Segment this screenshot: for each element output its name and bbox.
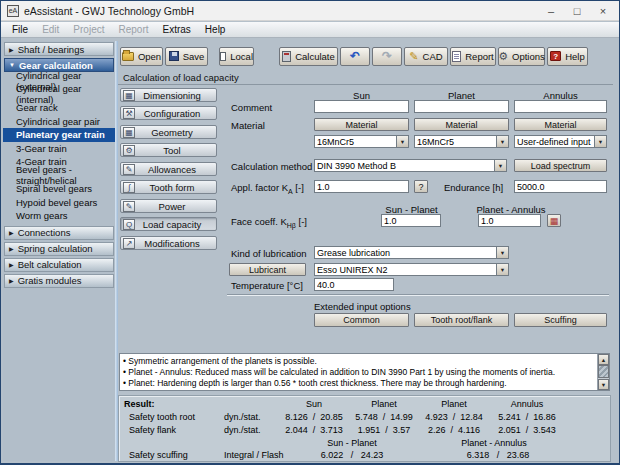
table-row: Safety flank dyn./stat. 2.044 / 3.713 1.… <box>119 425 610 436</box>
sidebar-section-gratis-modules[interactable]: ▶ Gratis modules <box>4 274 114 288</box>
sidebar-item-cylindrical-gear-pair[interactable]: Cylindrical gear pair <box>3 115 115 129</box>
calculate-button[interactable]: Calculate <box>279 47 338 66</box>
sidebar-section-spring-calculation[interactable]: ▶ Spring calculation <box>4 242 114 256</box>
sidebar-section-connections[interactable]: ▶ Connections <box>4 226 114 240</box>
material-label: Material <box>231 120 265 131</box>
material-select-planet[interactable]: 16MnCr5 ▼ <box>414 135 509 148</box>
nav-configuration-button[interactable]: ⚒ Configuration <box>120 106 217 120</box>
dimensioning-icon: ▦ <box>123 90 135 101</box>
nav-allowances-button[interactable]: ✎ Allowances <box>120 162 217 176</box>
chevron-down-icon[interactable]: ▼ <box>396 136 408 147</box>
notes-scrollbar[interactable]: ▲ ▼ <box>597 354 609 390</box>
toolbar: Open Save Local Calculate ↶ ↷ ✎ CAD Repo… <box>118 46 613 66</box>
scrollbar-thumb[interactable] <box>598 365 609 378</box>
nav-power-button[interactable]: ✎ Power <box>120 199 217 213</box>
temperature-label: Temperature [°C] <box>231 280 303 291</box>
nav-tool-button[interactable]: ⚙ Tool <box>120 143 217 157</box>
load-spectrum-button[interactable]: Load spectrum <box>514 159 607 172</box>
endurance-label: Endurance [h] <box>444 182 503 193</box>
face-coeff-input-planet-annulus[interactable] <box>478 214 541 227</box>
save-button[interactable]: Save <box>165 47 208 66</box>
local-toggle[interactable]: Local <box>219 47 254 66</box>
chevron-down-icon[interactable]: ▼ <box>494 160 506 171</box>
cad-pencil-icon: ✎ <box>409 50 418 63</box>
sidebar-item-worm-gears[interactable]: Worm gears <box>3 209 115 223</box>
note-line: • Planet: Hardening depth is larger than… <box>123 378 595 389</box>
save-disk-icon <box>169 51 179 61</box>
minimize-button[interactable]: – <box>545 5 557 17</box>
sidebar-section-shaft-bearings[interactable]: ▶ Shaft / bearings <box>4 42 114 56</box>
collapsed-arrow-icon: ▶ <box>9 277 14 284</box>
sidebar-item-bevel-gears[interactable]: Bevel gears - straight/helical <box>3 169 115 183</box>
sidebar-item-3-gear-train[interactable]: 3-Gear train <box>3 142 115 156</box>
face-coeff-input-sun-planet[interactable] <box>381 214 441 227</box>
comment-label: Comment <box>231 102 272 113</box>
close-button[interactable]: × <box>597 5 609 17</box>
window-title: eAssistant - GWJ Technology GmbH <box>24 5 540 17</box>
sidebar-item-hypoid-bevel-gears[interactable]: Hypoid bevel gears <box>3 196 115 210</box>
menu-report: Report <box>111 24 155 35</box>
app-icon: eA <box>7 5 19 17</box>
comment-input-annulus[interactable] <box>514 100 607 113</box>
scroll-up-icon[interactable]: ▲ <box>598 354 609 365</box>
collapsed-arrow-icon: ▶ <box>9 245 14 252</box>
open-button[interactable]: Open <box>120 47 163 66</box>
lubrication-label: Kind of lubrication <box>231 248 307 259</box>
lubrication-select[interactable]: Grease lubrication ▼ <box>314 246 509 259</box>
material-button-planet[interactable]: Material <box>414 118 509 131</box>
common-button[interactable]: Common <box>314 313 409 327</box>
face-coeff-label: Face coeff. KHβ [-] <box>231 216 307 229</box>
menu-help[interactable]: Help <box>198 24 233 35</box>
scroll-down-icon[interactable]: ▼ <box>598 379 609 390</box>
nav-load-capacity-button[interactable]: Q Load capacity <box>120 217 217 231</box>
sidebar-item-planetary-gear-train[interactable]: Planetary gear train <box>3 128 115 142</box>
nav-tooth-form-button[interactable]: ∫ Tooth form <box>120 180 217 194</box>
table-row: Safety scuffing Integral / Flash 6.022 /… <box>119 450 610 461</box>
calc-method-select[interactable]: DIN 3990 Method B ▼ <box>314 159 507 172</box>
collapsed-arrow-icon: ▶ <box>9 261 14 268</box>
app-window: eA eAssistant - GWJ Technology GmbH – □ … <box>0 0 620 465</box>
notes-panel: • Symmetric arrangement of the planets i… <box>119 353 610 391</box>
menu-extras[interactable]: Extras <box>156 24 198 35</box>
result-pair-header-sun-planet: Sun - Planet <box>302 438 402 448</box>
face-coeff-calculator-button[interactable]: ▦ <box>547 214 561 227</box>
result-pair-header-planet-annulus: Planet - Annulus <box>444 438 544 448</box>
lubricant-button[interactable]: Lubricant <box>229 263 306 276</box>
cad-button[interactable]: ✎ CAD <box>404 47 448 66</box>
local-checkbox[interactable] <box>220 52 226 61</box>
report-button[interactable]: Report <box>450 47 496 66</box>
comment-input-planet[interactable] <box>414 100 509 113</box>
material-button-sun[interactable]: Material <box>314 118 409 131</box>
result-panel: Result: Sun Planet Planet Annulus Safety… <box>118 395 611 462</box>
nav-geometry-button[interactable]: ▦ Geometry <box>120 125 217 139</box>
maximize-button[interactable]: □ <box>571 5 583 17</box>
material-select-sun[interactable]: 16MnCr5 ▼ <box>314 135 409 148</box>
table-row: Safety tooth root dyn./stat. 8.126 / 20.… <box>119 412 610 423</box>
appl-factor-input[interactable] <box>314 180 409 193</box>
undo-button[interactable]: ↶ <box>340 47 370 66</box>
nav-modifications-button[interactable]: ↗ Modifications <box>120 236 217 250</box>
menu-file[interactable]: File <box>5 24 35 35</box>
help-button[interactable]: ? Help <box>547 47 588 66</box>
chevron-down-icon[interactable]: ▼ <box>496 264 508 275</box>
configuration-icon: ⚒ <box>123 108 135 119</box>
chevron-down-icon[interactable]: ▼ <box>496 247 508 258</box>
temperature-input[interactable] <box>314 278 394 291</box>
nav-dimensioning-button[interactable]: ▦ Dimensioning <box>120 88 217 102</box>
geometry-icon: ▦ <box>123 127 135 138</box>
sidebar-item-cylindrical-gear-internal[interactable]: Cylindrical gear (internal) <box>3 88 115 102</box>
chevron-down-icon[interactable]: ▼ <box>496 136 508 147</box>
chevron-down-icon[interactable]: ▼ <box>594 136 606 147</box>
comment-input-sun[interactable] <box>314 100 409 113</box>
options-button[interactable]: ⚙ Options <box>498 47 545 66</box>
appl-factor-help-button[interactable]: ? <box>414 180 428 193</box>
note-line: • Planet - Annulus: Reduced mass will be… <box>123 367 595 378</box>
material-select-annulus[interactable]: User-defined input ▼ <box>514 135 607 148</box>
material-button-annulus[interactable]: Material <box>514 118 607 131</box>
redo-icon: ↷ <box>382 49 392 63</box>
endurance-input[interactable] <box>514 180 607 193</box>
scuffing-button[interactable]: Scuffing <box>514 313 607 327</box>
sidebar-section-belt-calculation[interactable]: ▶ Belt calculation <box>4 258 114 272</box>
lubricant-select[interactable]: Esso UNIREX N2 ▼ <box>314 263 509 276</box>
tooth-rootflank-button[interactable]: Tooth root/flank <box>414 313 509 327</box>
